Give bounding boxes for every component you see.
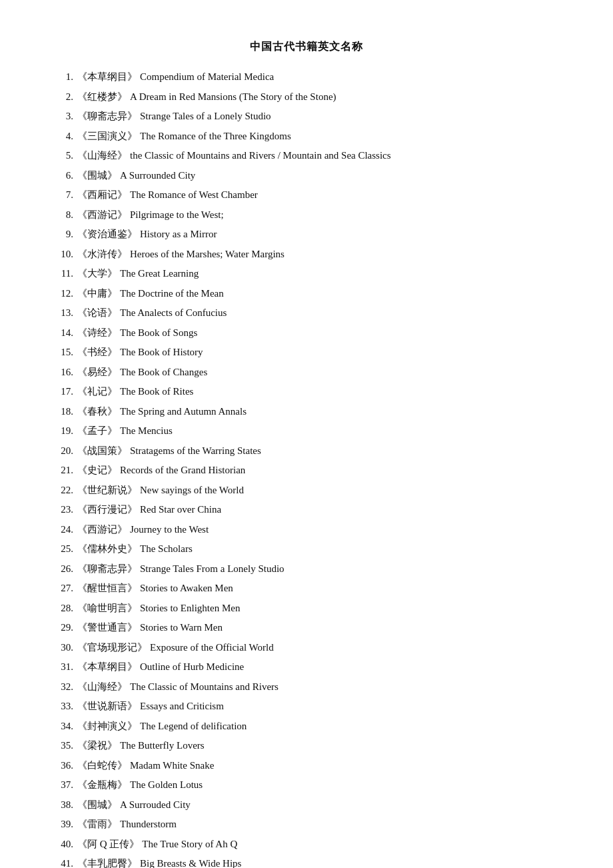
item-english: Exposure of the Official World <box>150 639 560 657</box>
list-item: 40.《阿 Q 正传》 The True Story of Ah Q <box>53 836 560 853</box>
list-item: 10.《水浒传》Heroes of the Marshes; Water Mar… <box>53 246 560 263</box>
item-english: Stories to Warn Men <box>140 619 560 637</box>
list-item: 4.《三国演义》The Romance of the Three Kingdom… <box>53 128 560 145</box>
item-english: Essays and Criticism <box>140 698 560 715</box>
item-number: 12. <box>53 285 77 303</box>
list-item: 32.《山海经》 The Classic of Mountains and Ri… <box>53 679 560 696</box>
item-english: A Dream in Red Mansions (The Story of th… <box>130 89 560 106</box>
list-item: 3.《聊斋志异》Strange Tales of a Lonely Studio <box>53 108 560 125</box>
list-item: 37.《金瓶梅》 The Golden Lotus <box>53 777 560 794</box>
list-item: 30.《官场现形记》Exposure of the Official World <box>53 639 560 657</box>
list-item: 26.《聊斋志异》 Strange Tales From a Lonely St… <box>53 561 560 578</box>
item-number: 9. <box>53 226 77 243</box>
list-item: 15.《书经》The Book of History <box>53 344 560 361</box>
item-number: 29. <box>53 619 77 637</box>
item-english: Stratagems of the Warring States <box>130 443 560 460</box>
item-chinese: 《礼记》 <box>77 383 117 401</box>
item-chinese: 《红楼梦》 <box>77 89 127 106</box>
item-english: The Book of Songs <box>120 325 560 342</box>
item-number: 31. <box>53 659 77 676</box>
item-english: Strange Tales From a Lonely Studio <box>140 561 560 578</box>
item-chinese: 《西游记》 <box>77 521 127 539</box>
item-chinese: 《春秋》 <box>77 403 117 421</box>
item-number: 20. <box>53 443 77 460</box>
item-english: Thunderstorm <box>120 816 560 833</box>
item-chinese: 《围城》 <box>77 797 117 814</box>
list-item: 39.《雷雨》 Thunderstorm <box>53 816 560 833</box>
list-item: 1.《本草纲目》Compendium of Material Medica <box>53 69 560 86</box>
list-item: 17.《礼记》The Book of Rites <box>53 383 560 401</box>
item-chinese: 《世纪新说》 <box>77 482 137 499</box>
item-chinese: 《阿 Q 正传》 <box>77 836 139 853</box>
item-chinese: 《本草纲目》 <box>77 69 137 86</box>
list-item: 6.《围城》A Surrounded City <box>53 167 560 185</box>
list-item: 19.《孟子》 The Mencius <box>53 423 560 440</box>
list-item: 18.《春秋》The Spring and Autumn Annals <box>53 403 560 421</box>
item-number: 6. <box>53 167 77 185</box>
item-chinese: 《论语》 <box>77 305 117 322</box>
item-chinese: 《山海经》 <box>77 147 127 165</box>
item-number: 10. <box>53 246 77 263</box>
item-chinese: 《醒世恒言》 <box>77 580 137 597</box>
item-number: 36. <box>53 757 77 775</box>
item-chinese: 《山海经》 <box>77 679 127 696</box>
list-item: 12.《中庸》The Doctrine of the Mean <box>53 285 560 303</box>
book-list: 1.《本草纲目》Compendium of Material Medica2.《… <box>53 69 560 868</box>
item-number: 37. <box>53 777 77 794</box>
list-item: 20.《战国策》Stratagems of the Warring States <box>53 443 560 460</box>
item-chinese: 《本草纲目》 <box>77 659 137 676</box>
item-english: Madam White Snake <box>130 757 560 775</box>
item-english: The Mencius <box>120 423 560 440</box>
item-english: Journey to the West <box>130 521 560 539</box>
list-item: 8.《西游记》Pilgrimage to the West; <box>53 207 560 224</box>
item-chinese: 《书经》 <box>77 344 117 361</box>
item-english: The Doctrine of the Mean <box>120 285 560 303</box>
item-english: Stories to Awaken Men <box>140 580 560 597</box>
item-chinese: 《官场现形记》 <box>77 639 147 657</box>
list-item: 7.《西厢记》The Romance of West Chamber <box>53 187 560 204</box>
item-chinese: 《史记》 <box>77 462 117 479</box>
item-english: The Romance of West Chamber <box>130 187 560 204</box>
item-number: 18. <box>53 403 77 421</box>
item-english: The Book of History <box>120 344 560 361</box>
item-english: The Analects of Confucius <box>120 305 560 322</box>
item-number: 16. <box>53 364 77 381</box>
item-chinese: 《聊斋志异》 <box>77 561 137 578</box>
list-item: 22.《世纪新说》New sayings of the World <box>53 482 560 499</box>
list-item: 24.《西游记》 Journey to the West <box>53 521 560 539</box>
list-item: 35.《梁祝》 The Butterfly Lovers <box>53 737 560 755</box>
item-number: 1. <box>53 69 77 86</box>
list-item: 2.《红楼梦》A Dream in Red Mansions (The Stor… <box>53 89 560 106</box>
item-english: A Surrouded City <box>120 797 560 814</box>
item-number: 33. <box>53 698 77 715</box>
item-chinese: 《聊斋志异》 <box>77 108 137 125</box>
item-chinese: 《西厢记》 <box>77 187 127 204</box>
item-chinese: 《易经》 <box>77 364 117 381</box>
item-number: 26. <box>53 561 77 578</box>
item-number: 4. <box>53 128 77 145</box>
item-number: 19. <box>53 423 77 440</box>
item-chinese: 《三国演义》 <box>77 128 137 145</box>
list-item: 34.《封神演义》 The Legend of delification <box>53 718 560 735</box>
item-number: 30. <box>53 639 77 657</box>
list-item: 9.《资治通鉴》History as a Mirror <box>53 226 560 243</box>
item-number: 23. <box>53 501 77 519</box>
list-item: 28.《喻世明言》 Stories to Enlighten Men <box>53 600 560 617</box>
item-english: Pilgrimage to the West; <box>130 207 560 224</box>
item-number: 14. <box>53 325 77 342</box>
item-number: 5. <box>53 147 77 165</box>
list-item: 38.《围城》 A Surrouded City <box>53 797 560 814</box>
item-chinese: 《中庸》 <box>77 285 117 303</box>
item-number: 40. <box>53 836 77 853</box>
item-english: The Book of Changes <box>120 364 560 381</box>
item-chinese: 《西行漫记》 <box>77 501 137 519</box>
item-chinese: 《警世通言》 <box>77 619 137 637</box>
item-english: The Legend of delification <box>140 718 560 735</box>
item-english: The Golden Lotus <box>130 777 560 794</box>
item-english: Stories to Enlighten Men <box>140 600 560 617</box>
item-english: the Classic of Mountains and Rivers / Mo… <box>130 147 560 165</box>
item-number: 7. <box>53 187 77 204</box>
list-item: 14.《诗经》The Book of Songs <box>53 325 560 342</box>
item-english: The True Story of Ah Q <box>142 836 560 853</box>
item-chinese: 《大学》 <box>77 265 117 283</box>
